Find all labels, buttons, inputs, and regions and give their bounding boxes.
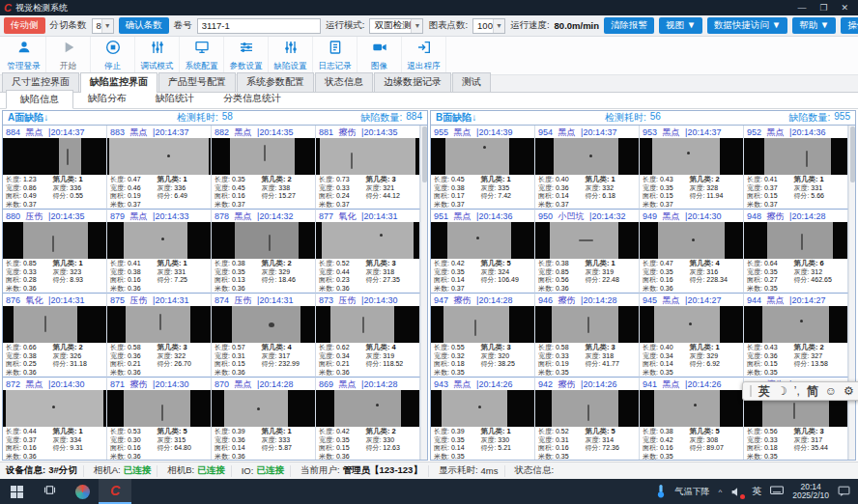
scrollbar-thumb[interactable]	[850, 126, 855, 182]
defect-image[interactable]	[316, 138, 419, 175]
subtab-3[interactable]: 分类信息统计	[209, 89, 296, 108]
defect-cell[interactable]: 954 黑点 20:14:37 长度: 0.40 宽度: 0.36 面积: 0.…	[535, 126, 640, 210]
defect-cell[interactable]: 942 擦伤 20:14:26 长度: 0.52 宽度: 0.31 面积: 0.…	[535, 378, 640, 460]
defect-image[interactable]	[744, 138, 847, 175]
defect-image[interactable]	[640, 222, 743, 259]
defect-image[interactable]	[744, 222, 847, 259]
exit-program-button[interactable]: 退出程序	[402, 37, 446, 74]
ime-moon-icon[interactable]: ☽	[777, 384, 787, 398]
defect-cell[interactable]: 948 擦伤 20:14:28 长度: 0.64 宽度: 0.35 面积: 0.…	[744, 210, 848, 294]
volume-icon[interactable]	[730, 486, 743, 498]
defect-image[interactable]	[640, 306, 743, 343]
panel-a-title[interactable]: A面缺陷↓	[8, 111, 48, 125]
view-menu-button[interactable]: 视图 ▼	[659, 17, 702, 34]
defect-image[interactable]	[107, 222, 211, 259]
defect-cell[interactable]: 955 黑点 20:14:39 长度: 0.45 宽度: 0.38 面积: 0.…	[431, 126, 535, 210]
defect-cell[interactable]: 876 氧化 20:14:31 长度: 0.66 宽度: 0.38 面积: 0.…	[3, 294, 107, 378]
defect-image[interactable]	[316, 222, 419, 259]
defect-cell[interactable]: 945 黑点 20:14:27 长度: 0.40 宽度: 0.34 面积: 0.…	[640, 294, 744, 378]
defect-image[interactable]	[640, 390, 743, 427]
defect-image[interactable]	[107, 138, 211, 175]
defect-image[interactable]	[3, 222, 106, 259]
panel-b-scrollbar[interactable]	[848, 126, 855, 460]
pinned-app-button[interactable]	[66, 479, 99, 504]
defect-image[interactable]	[535, 138, 639, 175]
defect-image[interactable]	[535, 390, 639, 427]
start-button[interactable]: 开始	[46, 37, 91, 74]
tab-0[interactable]: 尺寸监控界面	[2, 72, 79, 92]
defect-image[interactable]	[316, 390, 419, 427]
defect-image[interactable]	[3, 306, 106, 343]
input-language-indicator[interactable]: 英	[752, 485, 761, 498]
tab-5[interactable]: 边缘数据记录	[374, 72, 451, 92]
defect-image[interactable]	[431, 306, 534, 343]
ime-drag-handle[interactable]	[750, 385, 752, 397]
detection-app-taskbar-button[interactable]: C	[99, 479, 131, 504]
defect-image[interactable]	[107, 306, 211, 343]
admin-login-button[interactable]: 管理登录	[2, 37, 46, 74]
defect-cell[interactable]: 882 黑点 20:14:35 长度: 0.35 宽度: 0.45 面积: 0.…	[212, 126, 316, 210]
drive-side-button[interactable]: 传动侧	[4, 17, 45, 34]
taskbar-clock[interactable]: 20:14 2025/2/10	[792, 483, 829, 501]
defect-cell[interactable]: 877 氧化 20:14:31 长度: 0.52 宽度: 0.44 面积: 0.…	[316, 210, 420, 294]
defect-cell[interactable]: 952 黑点 20:14:36 长度: 0.41 宽度: 0.37 面积: 0.…	[744, 126, 848, 210]
minimize-button[interactable]: —	[797, 3, 806, 13]
close-button[interactable]: ✕	[841, 3, 848, 13]
defect-cell[interactable]: 944 黑点 20:14:27 长度: 0.43 宽度: 0.36 面积: 0.…	[744, 294, 848, 378]
defect-cell[interactable]: 881 擦伤 20:14:35 长度: 0.73 宽度: 0.33 面积: 0.…	[316, 126, 420, 210]
ime-punctuation-toggle[interactable]: ’,	[794, 384, 800, 398]
clear-alarm-button[interactable]: 清除报警	[604, 17, 654, 34]
defect-cell[interactable]: 951 黑点 20:14:36 长度: 0.42 宽度: 0.35 面积: 0.…	[431, 210, 535, 294]
defect-cell[interactable]: 869 黑点 20:14:28 长度: 0.42 宽度: 0.35 面积: 0.…	[316, 378, 420, 460]
image-button[interactable]: 图像	[358, 37, 402, 74]
defect-cell[interactable]: 883 黑点 20:14:37 长度: 0.47 宽度: 0.46 面积: 0.…	[107, 126, 212, 210]
help-menu-button[interactable]: 帮助 ▼	[792, 17, 836, 34]
thermometer-icon[interactable]	[656, 484, 666, 500]
weather-ticker[interactable]: 气温下降	[674, 486, 709, 498]
defect-cell[interactable]: 879 黑点 20:14:33 长度: 0.41 宽度: 0.38 面积: 0.…	[107, 210, 212, 294]
defect-cell[interactable]: 872 黑点 20:14:30 长度: 0.44 宽度: 0.37 面积: 0.…	[3, 378, 107, 460]
confirm-count-button[interactable]: 确认条数	[119, 17, 169, 34]
defect-image[interactable]	[535, 222, 639, 259]
defect-image[interactable]	[640, 138, 743, 175]
debug-mode-button[interactable]: 调试模式	[135, 37, 180, 74]
defect-image[interactable]	[535, 306, 639, 343]
parameter-settings-button[interactable]: 参数设置	[224, 37, 269, 74]
run-mode-select[interactable]: 双面检测 ▼	[369, 18, 423, 34]
defect-cell[interactable]: 949 黑点 20:14:30 长度: 0.47 宽度: 0.35 面积: 0.…	[640, 210, 744, 294]
data-quick-access-menu-button[interactable]: 数据快捷访问 ▼	[707, 17, 787, 34]
defect-image[interactable]	[3, 138, 106, 175]
defect-image[interactable]	[107, 390, 211, 427]
defect-cell[interactable]: 871 擦伤 20:14:30 长度: 0.53 宽度: 0.30 面积: 0.…	[107, 378, 212, 460]
tab-6[interactable]: 测试	[452, 72, 491, 92]
defect-cell[interactable]: 874 压伤 20:14:31 长度: 0.57 宽度: 0.31 面积: 0.…	[212, 294, 316, 378]
defect-image[interactable]	[212, 222, 315, 259]
defect-cell[interactable]: 878 黑点 20:14:32 长度: 0.38 宽度: 0.35 面积: 0.…	[212, 210, 316, 294]
defect-image[interactable]	[431, 222, 534, 259]
defect-cell[interactable]: 943 黑点 20:14:26 长度: 0.39 宽度: 0.35 面积: 0.…	[431, 378, 535, 460]
defect-cell[interactable]: 946 擦伤 20:14:28 长度: 0.58 宽度: 0.33 面积: 0.…	[535, 294, 640, 378]
ime-emoji-icon[interactable]: ☺	[825, 384, 837, 398]
defect-cell[interactable]: 953 黑点 20:14:37 长度: 0.43 宽度: 0.35 面积: 0.…	[640, 126, 744, 210]
ime-simplified-toggle[interactable]: 简	[807, 383, 818, 400]
defect-image[interactable]	[212, 390, 315, 427]
defect-image[interactable]	[744, 306, 847, 343]
defect-settings-button[interactable]: 缺陷设置	[269, 37, 313, 74]
tab-4[interactable]: 状态信息	[315, 72, 373, 92]
task-view-button[interactable]	[33, 479, 66, 504]
defect-image[interactable]	[431, 390, 534, 427]
defect-cell[interactable]: 880 压伤 20:14:35 长度: 0.85 宽度: 0.33 面积: 0.…	[3, 210, 107, 294]
touch-keyboard-icon[interactable]	[770, 485, 784, 498]
chart-points-select[interactable]: 100 ▼	[472, 18, 505, 34]
defect-cell[interactable]: 875 压伤 20:14:31 长度: 0.58 宽度: 0.36 面积: 0.…	[107, 294, 212, 378]
panel-a-scrollbar[interactable]	[420, 126, 427, 460]
tab-1[interactable]: 缺陷监控界面	[80, 72, 157, 93]
defect-image[interactable]	[431, 138, 534, 175]
panel-b-title[interactable]: B面缺陷↓	[436, 111, 476, 125]
defect-image[interactable]	[316, 306, 419, 343]
defect-image[interactable]	[3, 390, 106, 427]
operate-side-button[interactable]: 操作侧	[841, 17, 858, 34]
system-config-button[interactable]: 系统配置	[180, 37, 224, 74]
scrollbar-thumb[interactable]	[422, 126, 427, 182]
start-button[interactable]	[0, 479, 33, 504]
